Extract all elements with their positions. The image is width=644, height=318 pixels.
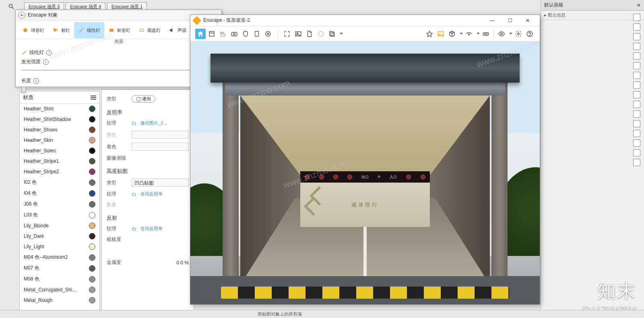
material-item[interactable]: Heather_Stripe1 (20, 156, 99, 166)
material-item[interactable]: M07 色 (20, 263, 99, 274)
material-swatch (89, 201, 95, 208)
material-item[interactable]: Lily_Dark (20, 231, 99, 241)
style-button[interactable] (424, 29, 435, 39)
folder-icon[interactable]: 🗀 (132, 191, 136, 197)
bim-button[interactable]: BIM (218, 29, 228, 39)
prop-row: 纹理 🗀 微信图片_2… (102, 118, 194, 129)
chevron-down-icon[interactable] (509, 33, 512, 35)
material-item[interactable]: Metal_Corrugated_Shi… (20, 285, 99, 295)
render-viewport[interactable]: 出口 P 入口 减速慢行 (190, 42, 540, 304)
export-button[interactable] (304, 29, 315, 39)
video-button[interactable] (263, 29, 273, 39)
height-type-field[interactable]: 凹凸贴图 (132, 179, 189, 187)
speed-button[interactable] (464, 29, 474, 39)
prohibition-icon (347, 175, 352, 179)
use-albedo-link[interactable]: 使用反照率 (140, 226, 163, 232)
tool-icon[interactable] (633, 43, 640, 50)
material-item[interactable]: L03 色 (20, 210, 99, 220)
tool-icon[interactable] (633, 139, 640, 147)
intensity-slider[interactable] (21, 68, 216, 73)
image-button[interactable] (293, 29, 303, 39)
home-view-button[interactable] (195, 29, 206, 39)
chevron-down-icon[interactable] (460, 33, 463, 35)
material-item[interactable]: Heather_Shoes (20, 125, 99, 135)
tool-icon[interactable] (633, 130, 640, 137)
chevron-down-icon[interactable] (477, 33, 480, 35)
material-item[interactable]: Heather_Shirt (20, 104, 99, 114)
tool-icon[interactable] (633, 159, 640, 166)
rect-light-button[interactable]: 矩形灯 (104, 22, 134, 38)
prop-section-height: 高度贴图 (102, 164, 194, 177)
sphere-light-button[interactable]: 球形灯 (18, 22, 48, 38)
tool-icon[interactable] (633, 110, 640, 118)
use-albedo-link[interactable]: 使用反照率 (140, 191, 163, 197)
material-item[interactable]: Lily_Blonde (20, 220, 99, 231)
building-button[interactable] (252, 29, 262, 39)
tool-icon[interactable] (633, 52, 640, 60)
svg-point-6 (140, 29, 144, 32)
material-item[interactable]: Heather_ShirtShadow (20, 114, 99, 125)
material-item[interactable]: I04 色 (20, 188, 99, 199)
material-item[interactable]: I02 色 (20, 177, 99, 188)
views-button[interactable] (206, 29, 217, 39)
tool-icon[interactable] (633, 149, 640, 156)
tool-icon[interactable] (633, 62, 640, 69)
material-item[interactable]: Heather_Skin (20, 135, 99, 145)
tool-icon[interactable] (633, 120, 640, 127)
image-active-button[interactable] (436, 29, 446, 39)
folder-icon[interactable]: 🗀 (132, 121, 136, 126)
length-slider[interactable] (21, 87, 216, 91)
close-button[interactable]: ✕ (519, 15, 537, 26)
material-name: I02 色 (24, 179, 37, 186)
color-field[interactable] (132, 131, 189, 139)
info-icon[interactable]: i (46, 50, 52, 56)
slider-thumb[interactable] (21, 87, 26, 93)
material-item[interactable]: Heather_Stripe2 (20, 166, 99, 177)
info-icon[interactable]: i (33, 78, 39, 84)
disc-light-button[interactable]: 圆盘灯 (134, 22, 165, 38)
minimize-button[interactable]: — (483, 15, 501, 26)
tool-icon[interactable] (633, 91, 640, 98)
intensity-label: 发光强度 (21, 58, 41, 65)
material-item[interactable]: M04 色--Aluminium2 (20, 252, 99, 263)
sound-source-button[interactable]: 声源 (165, 22, 190, 38)
panorama-button[interactable] (316, 29, 326, 39)
materials-list[interactable]: Heather_ShirtHeather_ShirtShadowHeather_… (20, 104, 99, 316)
line-light-button[interactable]: 线性灯 (74, 22, 104, 38)
visibility-button[interactable] (496, 29, 507, 39)
screenshot-button[interactable] (282, 29, 292, 39)
texture-link[interactable]: 微信图片_2… (140, 120, 167, 126)
tool-icon[interactable] (633, 33, 640, 40)
tool-icon[interactable] (633, 23, 640, 31)
enscape-titlebar[interactable]: Enscape - 弧形坡道-2 — ☐ ✕ (190, 15, 540, 26)
material-swatch (89, 222, 95, 229)
shield-button[interactable] (240, 29, 251, 39)
tint-field[interactable] (132, 143, 189, 151)
chevron-down-icon[interactable] (340, 33, 343, 35)
material-item[interactable]: Heather_Soles (20, 145, 99, 156)
settings-button[interactable] (513, 29, 524, 39)
material-item[interactable]: M08 色 (20, 274, 99, 285)
material-item[interactable]: Metal_Rough (20, 295, 99, 306)
search-area[interactable] (3, 2, 19, 10)
tray-pin-icon[interactable]: ✕ (637, 2, 641, 8)
tool-icon[interactable] (633, 101, 640, 108)
maximize-button[interactable]: ☐ (501, 15, 519, 26)
material-item[interactable]: J08 色 (20, 199, 99, 210)
prohibition-icon (333, 175, 338, 179)
tool-icon[interactable] (633, 14, 640, 21)
cube-button[interactable] (447, 29, 457, 39)
spot-light-button[interactable]: 射灯 (48, 22, 74, 38)
vr-button[interactable] (481, 29, 491, 39)
tray-header[interactable]: 默认面板 ✕ (541, 0, 644, 10)
info-icon[interactable]: i (43, 59, 49, 65)
camera-button[interactable] (229, 29, 239, 39)
tool-icon[interactable] (633, 81, 640, 89)
tray-section[interactable]: ▸ 图元信息 (541, 10, 644, 20)
batch-button[interactable] (327, 29, 337, 39)
tool-icon[interactable] (633, 72, 640, 79)
help-button[interactable] (524, 29, 535, 39)
material-item[interactable]: Lily_Light (20, 241, 99, 252)
material-name: Heather_Shoes (24, 127, 57, 133)
folder-icon[interactable]: 🗀 (132, 226, 136, 232)
